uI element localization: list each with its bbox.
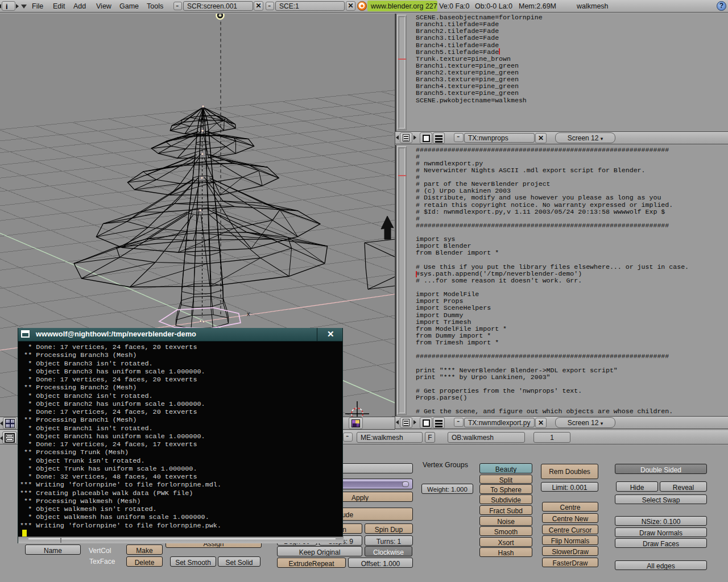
svg-text:x: x xyxy=(247,310,250,317)
